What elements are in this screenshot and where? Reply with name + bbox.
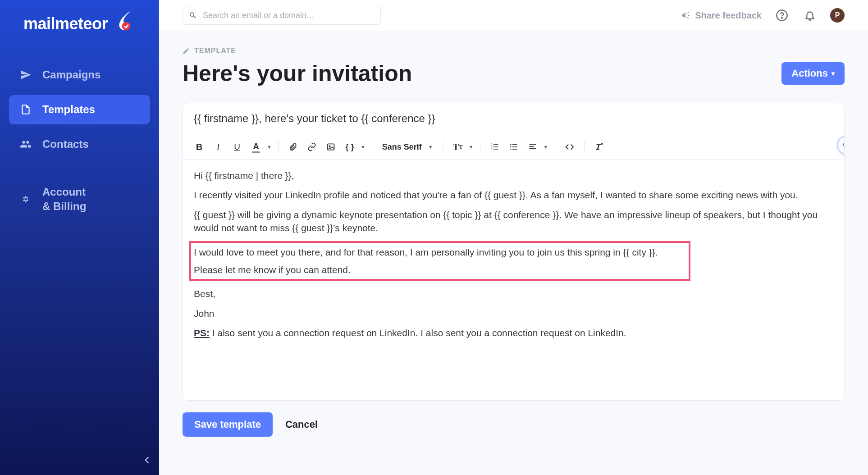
code-button[interactable] <box>562 139 578 155</box>
svg-rect-9 <box>512 146 517 147</box>
svg-point-4 <box>329 146 330 147</box>
cancel-button[interactable]: Cancel <box>285 419 318 430</box>
link-button[interactable] <box>304 139 320 155</box>
main: Share feedback P TEMPLATE Here's your in… <box>159 0 868 475</box>
content: TEMPLATE Here's your invitation Actions … <box>159 31 868 475</box>
topbar-right: Share feedback P <box>681 8 845 23</box>
people-icon <box>20 138 32 150</box>
assistant-bubble-button[interactable] <box>837 135 845 155</box>
text-color-button[interactable]: A <box>248 139 264 155</box>
paragraph: Hi {{ firstname | there }}, <box>194 169 833 182</box>
feedback-label: Share feedback <box>695 10 762 21</box>
sidebar-item-templates[interactable]: Templates <box>9 95 150 124</box>
help-button[interactable] <box>774 8 790 23</box>
bold-button[interactable]: B <box>191 139 207 155</box>
variable-button[interactable]: { } <box>342 139 358 155</box>
chat-icon <box>842 140 845 150</box>
breadcrumb-label: TEMPLATE <box>194 47 236 55</box>
separator <box>555 141 555 153</box>
ordered-list-button[interactable] <box>487 139 503 155</box>
chevron-down-icon[interactable]: ▼ <box>469 144 474 150</box>
flame-icon <box>110 7 136 32</box>
sidebar-item-account-billing[interactable]: Account& Billing <box>9 177 150 221</box>
italic-button[interactable]: I <box>210 139 226 155</box>
sidebar: mailmeteor Campaigns Templates Contacts <box>0 0 159 475</box>
megaphone-icon <box>681 10 690 20</box>
unordered-list-button[interactable] <box>506 139 522 155</box>
send-icon <box>20 69 32 81</box>
paragraph: Please let me know if you can attend. <box>194 263 686 276</box>
chevron-down-icon[interactable]: ▼ <box>544 144 548 150</box>
separator <box>584 141 585 153</box>
search-input[interactable] <box>183 6 381 25</box>
svg-point-1 <box>777 10 787 20</box>
paragraph: {{ guest }} will be giving a dynamic key… <box>194 208 833 235</box>
sidebar-item-label: Templates <box>42 103 95 116</box>
sidebar-item-label: Account& Billing <box>42 185 86 213</box>
paragraph: I recently visited your LinkedIn profile… <box>194 188 833 201</box>
separator <box>278 141 279 153</box>
notifications-button[interactable] <box>802 8 818 23</box>
logo-text: mailmeteor <box>23 14 108 33</box>
separator <box>480 141 480 153</box>
svg-rect-13 <box>529 148 536 149</box>
gear-icon <box>20 193 32 205</box>
editor-body[interactable]: Hi {{ firstname | there }}, I recently v… <box>183 160 844 400</box>
align-button[interactable] <box>525 139 541 155</box>
svg-rect-12 <box>529 146 534 147</box>
topbar: Share feedback P <box>159 0 868 31</box>
subject-input[interactable]: {{ firstname }}, here's your ticket to {… <box>183 103 844 134</box>
sidebar-item-label: Campaigns <box>42 69 101 82</box>
attach-button[interactable] <box>285 139 301 155</box>
editor-card: {{ firstname }}, here's your ticket to {… <box>183 103 845 401</box>
pencil-icon <box>183 47 190 55</box>
search-wrap <box>183 6 381 25</box>
search-icon <box>189 11 197 19</box>
paragraph: Best, <box>194 287 833 300</box>
save-template-button[interactable]: Save template <box>183 412 273 437</box>
separator <box>443 141 443 153</box>
file-icon <box>20 104 32 115</box>
sidebar-item-contacts[interactable]: Contacts <box>9 130 150 159</box>
paragraph: I would love to meet you there, and for … <box>194 246 686 259</box>
sidebar-item-campaigns[interactable]: Campaigns <box>9 60 150 90</box>
chevron-down-icon[interactable]: ▼ <box>267 144 272 150</box>
svg-point-0 <box>122 22 131 31</box>
avatar[interactable]: P <box>830 8 845 23</box>
share-feedback-button[interactable]: Share feedback <box>681 10 762 21</box>
chevron-down-icon[interactable]: ▼ <box>361 144 365 150</box>
svg-point-6 <box>510 146 512 148</box>
logo[interactable]: mailmeteor <box>23 14 150 33</box>
page-title: Here's your invitation <box>183 60 412 87</box>
svg-rect-11 <box>529 144 536 145</box>
image-button[interactable] <box>323 139 339 155</box>
paragraph: PS: I also sent you a connection request… <box>194 326 833 339</box>
footer-buttons: Save template Cancel <box>183 412 845 437</box>
underline-button[interactable]: U <box>229 139 245 155</box>
page-header: Here's your invitation Actions <box>183 60 845 87</box>
svg-point-2 <box>781 18 782 18</box>
collapse-sidebar-button[interactable] <box>144 456 150 464</box>
highlight-annotation: I would love to meet you there, and for … <box>189 241 690 281</box>
ps-text: I also sent you a connection request on … <box>210 328 626 338</box>
paragraph: John <box>194 307 833 320</box>
sidebar-item-label: Contacts <box>42 138 89 151</box>
separator <box>372 141 372 153</box>
clear-format-button[interactable] <box>591 139 607 155</box>
nav: Campaigns Templates Contacts Account& Bi… <box>9 60 150 221</box>
svg-point-5 <box>510 144 512 146</box>
svg-rect-8 <box>512 144 517 145</box>
breadcrumb: TEMPLATE <box>183 47 845 55</box>
actions-dropdown-button[interactable]: Actions <box>781 62 845 85</box>
svg-rect-10 <box>512 149 517 150</box>
text-size-button[interactable]: TT <box>450 139 466 155</box>
font-family-dropdown[interactable]: Sans Serif ▼ <box>379 142 437 152</box>
ps-label: PS: <box>194 328 210 338</box>
chevron-down-icon: ▼ <box>428 144 433 150</box>
svg-point-7 <box>510 149 512 150</box>
editor-toolbar: B I U A ▼ { } ▼ Sans Serif <box>183 134 844 160</box>
